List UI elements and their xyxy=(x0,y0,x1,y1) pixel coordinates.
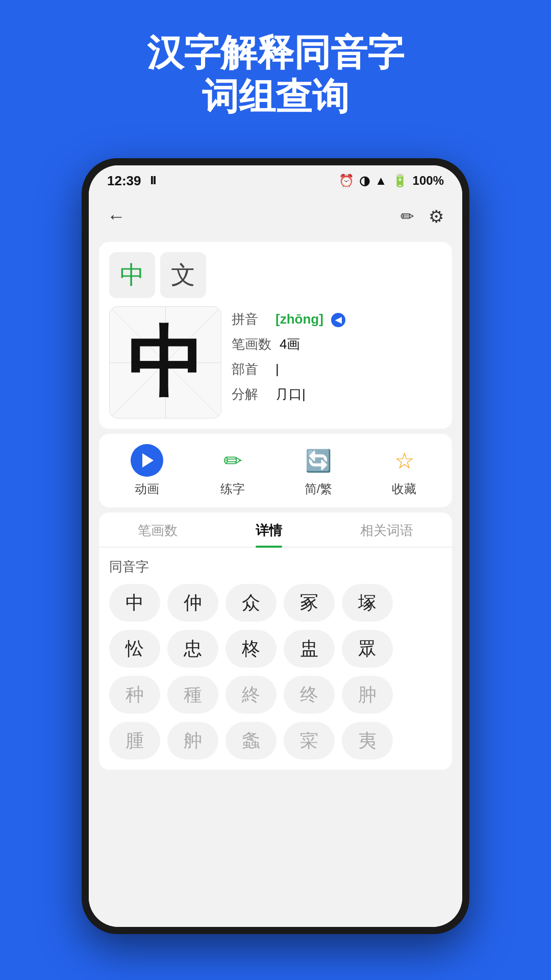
star-icon: ☆ xyxy=(388,444,420,477)
tab-details[interactable]: 详情 xyxy=(256,522,282,547)
stroke-value: 4画 xyxy=(280,335,300,353)
tabs-bar: 笔画数 详情 相关词语 xyxy=(99,512,452,548)
char-grid: 中 仲 众 冢 塚 忪 忠 柊 盅 眾 xyxy=(109,584,442,760)
stroke-row: 笔画数 4画 xyxy=(232,335,442,353)
homophone-zhong13[interactable]: 腫 xyxy=(109,722,160,760)
homophone-gu[interactable]: 盅 xyxy=(284,630,335,668)
homophones-section: 同音字 中 仲 众 冢 塚 忪 忠 柊 盅 xyxy=(99,548,452,770)
homophone-zhong8[interactable]: 种 xyxy=(109,676,160,714)
homophones-title: 同音字 xyxy=(109,558,442,576)
sound-icon[interactable]: ◀ xyxy=(331,313,345,327)
status-time: 12:39 xyxy=(107,173,141,189)
decompose-value: ⺆口| xyxy=(276,385,306,403)
homophone-zhong10[interactable]: 終 xyxy=(226,676,277,714)
action-bar: 动画 ✏ 练字 🔄 简/繁 ☆ 收藏 xyxy=(99,434,452,507)
character-card: 中 文 中 拼音 [zhōng] ◀ xyxy=(99,242,452,429)
homophone-zhong6[interactable]: 忠 xyxy=(167,630,218,668)
homophone-song[interactable]: 忪 xyxy=(109,630,160,668)
homophone-zhong[interactable]: 中 xyxy=(109,584,160,622)
status-icon-media: ⏸ xyxy=(147,174,159,187)
homophone-zhong15[interactable]: 螽 xyxy=(226,722,277,760)
action-simplified[interactable]: 🔄 简/繁 xyxy=(302,444,335,497)
tabs-row: 笔画数 详情 相关词语 xyxy=(99,512,452,548)
play-button xyxy=(131,444,163,477)
pinyin-label: 拼音 xyxy=(232,310,267,328)
play-icon xyxy=(131,444,163,477)
phone-frame: 12:39 ⏸ ⏰ ◑ ▲ 🔋 100% ← ✏ ⚙ xyxy=(82,158,469,934)
back-button[interactable]: ← xyxy=(107,206,126,227)
pencil-icon: ✏ xyxy=(216,444,249,477)
status-icon-brightness: ◑ xyxy=(359,174,370,188)
status-right: ⏰ ◑ ▲ 🔋 100% xyxy=(339,174,444,188)
refresh-icon: 🔄 xyxy=(302,444,335,477)
homophone-zhong11[interactable]: 终 xyxy=(284,676,335,714)
top-title-line2: 词组查询 xyxy=(20,75,531,118)
edit-icon[interactable]: ✏ xyxy=(400,207,414,226)
status-battery-text: 100% xyxy=(413,174,444,188)
radical-value: | xyxy=(276,361,279,377)
top-bar-icons: ✏ ⚙ xyxy=(400,206,444,227)
status-icon-battery: 🔋 xyxy=(392,174,408,188)
play-triangle xyxy=(142,453,154,468)
tab-related[interactable]: 相关词语 xyxy=(360,522,413,547)
homophone-zhong16[interactable]: 寀 xyxy=(284,722,335,760)
pinyin-row: 拼音 [zhōng] ◀ xyxy=(232,310,442,328)
top-bar: ← ✏ ⚙ xyxy=(89,196,462,237)
homophone-zhong5[interactable]: 塚 xyxy=(342,584,393,622)
settings-icon[interactable]: ⚙ xyxy=(429,206,444,227)
char-row-2: 忪 忠 柊 盅 眾 xyxy=(109,630,442,668)
radical-label: 部首 xyxy=(232,360,267,378)
pinyin-value: [zhōng] ◀ xyxy=(276,311,345,327)
homophone-zhong3[interactable]: 众 xyxy=(226,584,277,622)
top-title: 汉字解释同音字 词组查询 xyxy=(0,31,551,119)
action-favorite[interactable]: ☆ 收藏 xyxy=(388,444,420,497)
status-left: 12:39 ⏸ xyxy=(107,173,159,189)
phone-screen: 12:39 ⏸ ⏰ ◑ ▲ 🔋 100% ← ✏ ⚙ xyxy=(89,165,462,927)
char-drawing-box: 中 xyxy=(109,306,221,419)
char-row-4: 腫 舯 螽 寀 夷 xyxy=(109,722,442,760)
homophone-dong[interactable]: 柊 xyxy=(226,630,277,668)
decompose-row: 分解 ⺆口| xyxy=(232,385,442,403)
homophone-zhong9[interactable]: 種 xyxy=(167,676,218,714)
big-character: 中 xyxy=(127,324,204,401)
char-selector-row: 中 文 xyxy=(109,252,442,298)
top-title-line1: 汉字解释同音字 xyxy=(20,31,531,75)
char-selector-wen[interactable]: 文 xyxy=(160,252,206,298)
action-simplified-label: 简/繁 xyxy=(305,481,333,497)
action-animation[interactable]: 动画 xyxy=(131,444,163,497)
char-detail-row: 中 拼音 [zhōng] ◀ 笔画数 4画 xyxy=(109,306,442,419)
homophone-zhong14[interactable]: 舯 xyxy=(167,722,218,760)
char-row-3: 种 種 終 终 肿 xyxy=(109,676,442,714)
homophone-zhong2[interactable]: 仲 xyxy=(167,584,218,622)
action-practice[interactable]: ✏ 练字 xyxy=(216,444,249,497)
radical-row: 部首 | xyxy=(232,360,442,378)
info-table: 拼音 [zhōng] ◀ 笔画数 4画 部首 | xyxy=(232,306,442,403)
stroke-label: 笔画数 xyxy=(232,335,271,353)
status-bar: 12:39 ⏸ ⏰ ◑ ▲ 🔋 100% xyxy=(89,165,462,196)
homophone-zhong4[interactable]: 冢 xyxy=(284,584,335,622)
char-row-1: 中 仲 众 冢 塚 xyxy=(109,584,442,622)
status-icon-alarm: ⏰ xyxy=(339,174,354,188)
action-practice-label: 练字 xyxy=(220,481,245,497)
content-area: 中 文 中 拼音 [zhōng] ◀ xyxy=(89,237,462,927)
action-animation-label: 动画 xyxy=(135,481,159,497)
decompose-label: 分解 xyxy=(232,385,267,403)
homophone-zhong17[interactable]: 夷 xyxy=(342,722,393,760)
tab-strokes[interactable]: 笔画数 xyxy=(138,522,178,547)
homophone-zhong12[interactable]: 肿 xyxy=(342,676,393,714)
char-selector-zhong[interactable]: 中 xyxy=(109,252,155,298)
action-favorite-label: 收藏 xyxy=(392,481,416,497)
homophone-zhong7[interactable]: 眾 xyxy=(342,630,393,668)
status-icon-wifi: ▲ xyxy=(375,174,387,188)
